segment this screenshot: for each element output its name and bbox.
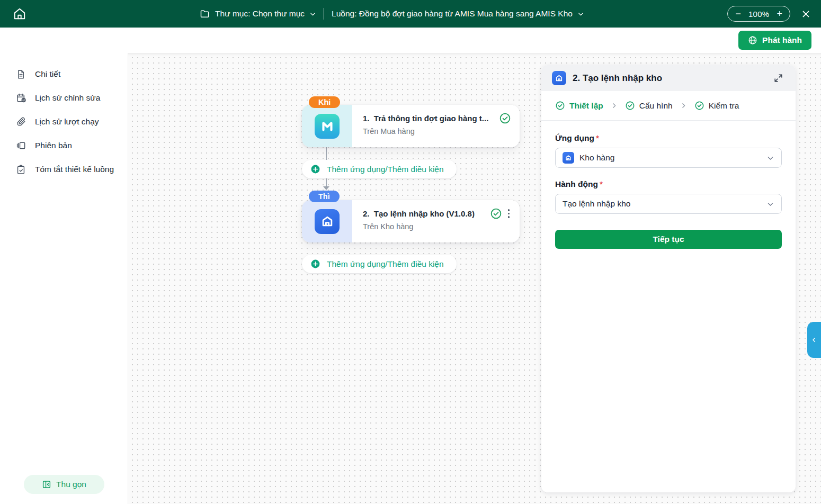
publish-button[interactable]: Phát hành bbox=[738, 31, 811, 50]
zoom-level: 100% bbox=[748, 10, 770, 19]
folder-select[interactable]: Thư mục: Chọn thư mục bbox=[200, 8, 316, 19]
workflow-node-2[interactable]: 2. Tạo lệnh nhập kho (V1.0.8) Trên Kho h… bbox=[302, 200, 520, 242]
home-button[interactable] bbox=[7, 0, 32, 28]
check-circle-icon bbox=[490, 208, 502, 220]
panel-stepper: Thiết lập Cấu hình bbox=[541, 91, 796, 121]
zoom-out-button[interactable]: − bbox=[735, 9, 741, 19]
panel-form: Ứng dụng* Kho hàng Hành động* bbox=[541, 121, 796, 262]
add-app-condition-button[interactable]: Thêm ứng dụng/Thêm điều kiện bbox=[302, 255, 457, 273]
versions-icon bbox=[16, 140, 26, 151]
then-badge: Thì bbox=[309, 191, 340, 202]
sidebar: Chi tiết Lịch sử chỉnh sửa Lịch sử lượt … bbox=[0, 53, 128, 504]
required-asterisk: * bbox=[600, 179, 603, 188]
close-icon bbox=[801, 10, 810, 19]
topbar-divider bbox=[324, 8, 324, 20]
plus-circle-icon bbox=[310, 259, 320, 269]
main: Chi tiết Lịch sử chỉnh sửa Lịch sử lượt … bbox=[0, 53, 821, 504]
node-title: 1. Trả thông tin đợt giao hàng t... bbox=[363, 114, 495, 123]
node-subtitle: Trên Kho hàng bbox=[363, 222, 511, 231]
node-icon-cell bbox=[302, 200, 352, 242]
add-app-condition-button[interactable]: Thêm ứng dụng/Thêm điều kiện bbox=[302, 160, 457, 178]
action-select[interactable]: Tạo lệnh nhập kho bbox=[555, 194, 782, 214]
toolbar: Phát hành bbox=[0, 28, 821, 53]
chevron-down-icon bbox=[766, 154, 774, 162]
plus-circle-icon bbox=[310, 164, 320, 174]
globe-icon bbox=[748, 35, 757, 45]
topbar-right: − 100% + bbox=[727, 0, 814, 28]
expand-icon[interactable] bbox=[771, 71, 785, 85]
node-icon-cell bbox=[302, 105, 352, 147]
chevron-right-icon bbox=[611, 102, 618, 109]
node-subtitle: Trên Mua hàng bbox=[363, 127, 511, 136]
action-field-label: Hành động* bbox=[555, 179, 782, 189]
step-check[interactable]: Kiểm tra bbox=[694, 101, 739, 111]
kho-hang-app-icon bbox=[563, 152, 574, 164]
panel-collapse-icon bbox=[42, 480, 51, 489]
publish-label: Phát hành bbox=[762, 35, 802, 45]
sidebar-item-edit-history[interactable]: Lịch sử chỉnh sửa bbox=[0, 86, 128, 110]
add-button-label: Thêm ứng dụng/Thêm điều kiện bbox=[327, 259, 444, 269]
flow-select[interactable]: Luồng: Đồng bộ đợt giao hàng từ AMIS Mua… bbox=[332, 9, 584, 19]
app-field-label: Ứng dụng* bbox=[555, 133, 782, 143]
panel-header: 2. Tạo lệnh nhập kho bbox=[541, 65, 796, 91]
sidebar-item-label: Chi tiết bbox=[35, 69, 60, 79]
sidebar-item-details[interactable]: Chi tiết bbox=[0, 62, 128, 86]
chevron-down-icon bbox=[577, 11, 584, 17]
sidebar-item-run-history[interactable]: Lịch sử lượt chạy bbox=[0, 110, 128, 133]
required-asterisk: * bbox=[596, 133, 599, 142]
step-configure[interactable]: Cấu hình bbox=[625, 101, 673, 111]
topbar-center: Thư mục: Chọn thư mục Luồng: Đồng bộ đợt… bbox=[200, 8, 584, 20]
workflow-node-1[interactable]: 1. Trả thông tin đợt giao hàng t... Trên… bbox=[302, 105, 520, 147]
workflow-canvas[interactable]: Khi 1. Trả thông tin đợt giao hàng t... bbox=[128, 53, 821, 504]
chevron-left-icon bbox=[810, 336, 818, 344]
sidebar-item-label: Phiên bản bbox=[35, 141, 72, 150]
chevron-down-icon bbox=[766, 200, 774, 208]
kho-hang-app-icon bbox=[552, 71, 566, 85]
app-select[interactable]: Kho hàng bbox=[555, 148, 782, 168]
folder-select-label: Thư mục: Chọn thư mục bbox=[215, 9, 305, 19]
node-title: 2. Tạo lệnh nhập kho (V1.0.8) bbox=[363, 209, 486, 218]
chevron-down-icon bbox=[309, 11, 316, 17]
continue-button[interactable]: Tiếp tục bbox=[555, 230, 782, 249]
home-icon bbox=[13, 7, 26, 21]
sidebar-item-label: Lịch sử lượt chạy bbox=[35, 117, 99, 127]
app-select-value: Kho hàng bbox=[579, 153, 761, 163]
connector-arrow bbox=[323, 186, 329, 190]
topbar: Thư mục: Chọn thư mục Luồng: Đồng bộ đợt… bbox=[0, 0, 821, 28]
sidebar-item-flow-summary[interactable]: Tóm tắt thiết kế luồng bbox=[0, 158, 128, 181]
step-check-icon bbox=[694, 101, 704, 111]
mua-hang-app-icon bbox=[315, 114, 340, 139]
calendar-history-icon bbox=[16, 93, 26, 103]
kho-hang-app-icon bbox=[315, 209, 340, 234]
step-setup[interactable]: Thiết lập bbox=[555, 101, 603, 111]
step-check-icon bbox=[555, 101, 565, 111]
panel-title: 2. Tạo lệnh nhập kho bbox=[573, 73, 765, 84]
chevron-right-icon bbox=[680, 102, 687, 109]
add-button-label: Thêm ứng dụng/Thêm điều kiện bbox=[327, 165, 444, 174]
check-circle-icon bbox=[499, 112, 511, 124]
paperclip-icon bbox=[16, 116, 26, 127]
collapse-sidebar-button[interactable]: Thu gọn bbox=[24, 475, 104, 494]
sidebar-item-versions[interactable]: Phiên bản bbox=[0, 134, 128, 157]
zoom-control: − 100% + bbox=[727, 6, 790, 22]
flow-select-label: Luồng: Đồng bộ đợt giao hàng từ AMIS Mua… bbox=[332, 9, 573, 19]
sidebar-item-label: Lịch sử chỉnh sửa bbox=[35, 93, 100, 103]
node-menu-button[interactable] bbox=[506, 208, 512, 219]
node-number: 2. bbox=[363, 209, 370, 218]
collapse-label: Thu gọn bbox=[56, 480, 86, 489]
close-button[interactable] bbox=[798, 6, 814, 22]
clipboard-icon bbox=[16, 164, 26, 175]
folder-icon bbox=[200, 8, 210, 19]
step-config-panel: 2. Tạo lệnh nhập kho Thiết lập bbox=[541, 65, 796, 492]
action-select-value: Tạo lệnh nhập kho bbox=[563, 199, 761, 209]
panel-expand-tab[interactable] bbox=[807, 322, 821, 358]
sidebar-item-label: Tóm tắt thiết kế luồng bbox=[35, 165, 114, 174]
node-body: 1. Trả thông tin đợt giao hàng t... Trên… bbox=[352, 105, 520, 147]
node-body: 2. Tạo lệnh nhập kho (V1.0.8) Trên Kho h… bbox=[352, 200, 520, 242]
step-check-icon bbox=[625, 101, 635, 111]
when-badge: Khi bbox=[309, 96, 340, 108]
zoom-in-button[interactable]: + bbox=[777, 9, 782, 19]
document-icon bbox=[16, 69, 26, 79]
node-number: 1. bbox=[363, 114, 370, 123]
